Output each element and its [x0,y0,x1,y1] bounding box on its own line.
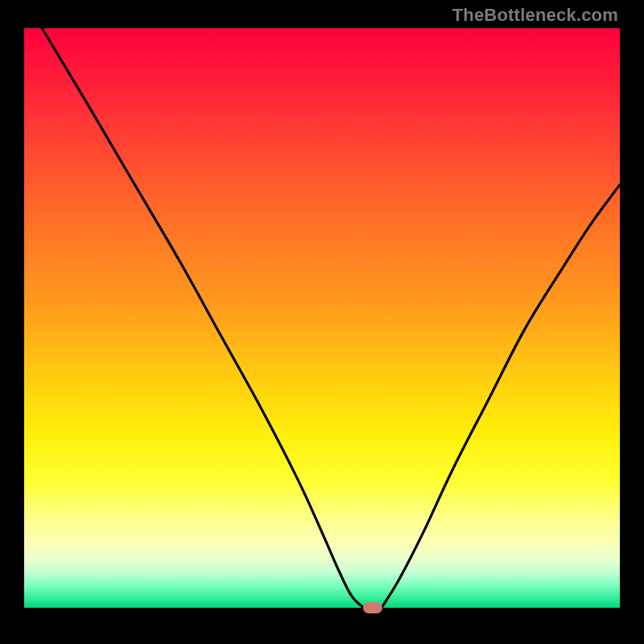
plot-area [24,28,620,608]
bottleneck-curve [24,28,620,608]
chart-stage: TheBottleneck.com [0,0,644,644]
watermark-text: TheBottleneck.com [452,5,618,26]
optimal-marker [363,602,382,613]
